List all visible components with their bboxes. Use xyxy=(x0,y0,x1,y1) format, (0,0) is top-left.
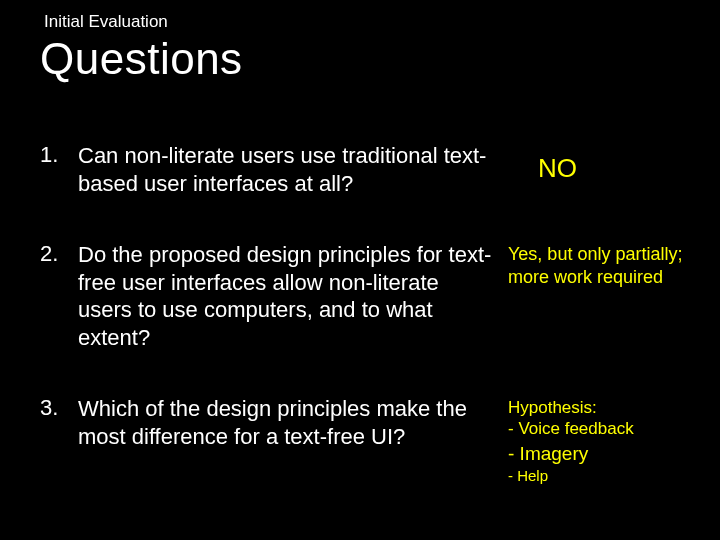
answer-text: Yes, but only partially; more work requi… xyxy=(508,241,700,288)
question-text: Which of the design principles make the … xyxy=(78,395,508,450)
question-text: Do the proposed design principles for te… xyxy=(78,241,508,351)
question-row: 1. Can non-literate users use traditiona… xyxy=(0,142,720,197)
question-list: 1. Can non-literate users use traditiona… xyxy=(0,142,720,486)
question-row: 3. Which of the design principles make t… xyxy=(0,395,720,486)
kicker-text: Initial Evaluation xyxy=(44,12,720,32)
answer-line: - Imagery xyxy=(508,442,700,466)
answer-line: Hypothesis: xyxy=(508,397,700,418)
answer-text: NO xyxy=(508,142,700,185)
question-number: 3. xyxy=(40,395,78,421)
answer-text: Hypothesis: - Voice feedback - Imagery -… xyxy=(508,395,700,486)
slide-title: Questions xyxy=(40,34,720,84)
question-number: 1. xyxy=(40,142,78,168)
answer-line: - Help xyxy=(508,467,700,486)
question-text: Can non-literate users use traditional t… xyxy=(78,142,508,197)
slide: Initial Evaluation Questions 1. Can non-… xyxy=(0,0,720,540)
question-row: 2. Do the proposed design principles for… xyxy=(0,241,720,351)
answer-line: - Voice feedback xyxy=(508,418,700,439)
question-number: 2. xyxy=(40,241,78,267)
